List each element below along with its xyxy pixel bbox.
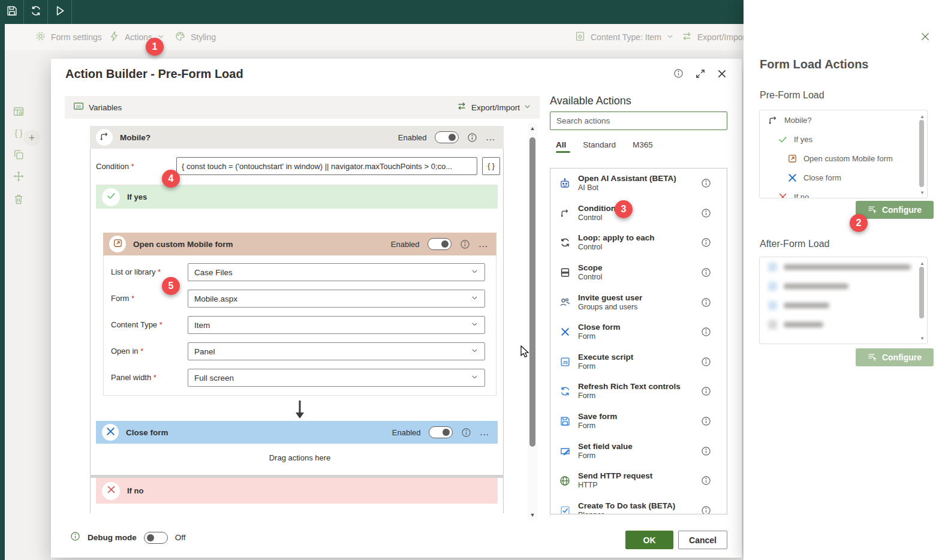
field-select[interactable]: Panel — [188, 342, 485, 360]
info-icon[interactable] — [701, 357, 711, 367]
search-input[interactable] — [550, 112, 727, 130]
scroll-down-icon[interactable]: ▼ — [920, 190, 925, 195]
tree-item[interactable]: Open custom Mobile form — [760, 149, 927, 168]
field-select[interactable]: Item — [188, 316, 485, 334]
info-icon[interactable] — [673, 68, 685, 80]
close-icon[interactable] — [920, 31, 931, 42]
if-yes-branch[interactable]: If yes — [96, 185, 498, 209]
sync-button[interactable] — [24, 0, 48, 24]
action-item[interactable]: Open AI Assistant (BETA)AI Bot — [550, 168, 727, 198]
enabled-toggle[interactable] — [435, 131, 459, 143]
info-icon[interactable] — [701, 178, 711, 188]
action-item[interactable]: Refresh Rich Text controlsForm — [550, 377, 727, 407]
field-select[interactable]: Case Files — [188, 263, 485, 281]
preview-button[interactable] — [48, 0, 72, 24]
scroll-down-icon[interactable]: ▼ — [529, 512, 536, 518]
open-form-block-header[interactable]: Open custom Mobile form Enabled ... — [103, 233, 496, 255]
dialog-scrollbar[interactable]: ▲ ▼ — [528, 123, 537, 520]
tree-item[interactable]: Mobile? — [760, 110, 927, 130]
action-item[interactable]: Send HTTP requestHTTP — [550, 466, 727, 496]
action-item[interactable]: JSExecute scriptForm — [550, 347, 727, 377]
variables-label[interactable]: Variables — [89, 103, 122, 112]
tree-item[interactable]: If yes — [760, 130, 927, 149]
tree-item-label: Close form — [803, 173, 841, 182]
if-no-label: If no — [127, 486, 143, 495]
info-icon[interactable] — [701, 327, 711, 337]
tree-item[interactable]: Close form — [760, 168, 927, 187]
braces-icon[interactable]: { } — [13, 127, 25, 139]
styling-menu[interactable]: Styling — [174, 24, 216, 50]
info-icon[interactable] — [701, 208, 711, 218]
action-item[interactable]: ConditionControl — [550, 198, 727, 228]
enabled-toggle[interactable] — [429, 426, 453, 438]
info-icon[interactable] — [460, 239, 470, 249]
tab-standard[interactable]: Standard — [583, 140, 616, 153]
close-form-block-header[interactable]: Close form Enabled ... — [96, 421, 498, 444]
field-select[interactable]: Mobile.aspx — [188, 290, 485, 308]
if-no-branch[interactable]: If no — [96, 478, 498, 504]
save-button[interactable] — [0, 0, 24, 24]
scrollbar-thumb[interactable] — [919, 267, 924, 318]
move-icon[interactable] — [13, 170, 25, 182]
action-subtitle: AI Bot — [578, 183, 701, 192]
export-import-menu[interactable]: Export/Import — [681, 24, 748, 50]
action-item[interactable]: Invite guest userGroups and users — [550, 287, 727, 317]
more-options-button[interactable]: ... — [478, 241, 488, 247]
cancel-button[interactable]: Cancel — [678, 531, 727, 549]
close-form-icon — [558, 325, 572, 339]
action-item[interactable]: Create To Do task (BETA)Planner — [550, 496, 727, 514]
tab-m365[interactable]: M365 — [633, 140, 653, 153]
field-select[interactable]: Full screen — [188, 369, 485, 387]
more-options-button[interactable]: ... — [486, 134, 495, 140]
info-icon[interactable] — [701, 505, 711, 514]
configure-after-form-button[interactable]: Configure — [856, 348, 934, 366]
info-icon[interactable] — [701, 446, 711, 456]
actions-tabs: AllStandardM365 — [556, 140, 653, 153]
field-label: Form * — [111, 294, 134, 303]
info-icon[interactable] — [461, 427, 471, 438]
info-icon[interactable] — [467, 133, 477, 143]
action-subtitle: Form — [578, 332, 701, 341]
ok-button[interactable]: OK — [625, 531, 673, 549]
form-settings-menu[interactable]: Form settings — [35, 24, 102, 50]
enabled-label: Enabled — [398, 133, 427, 142]
tab-all[interactable]: All — [556, 140, 566, 153]
expand-icon[interactable] — [695, 68, 707, 80]
info-icon[interactable] — [701, 267, 711, 278]
info-icon[interactable] — [701, 386, 711, 396]
scroll-up-icon[interactable]: ▲ — [920, 114, 925, 119]
styling-label: Styling — [191, 32, 216, 42]
add-button[interactable]: + — [23, 130, 40, 146]
content-type-menu[interactable]: Content Type: Item — [574, 24, 674, 50]
action-item[interactable]: Set field valueForm — [550, 436, 727, 466]
debug-toggle[interactable] — [144, 532, 168, 544]
form-designer-icon[interactable] — [13, 106, 25, 118]
scrollbar-thumb[interactable] — [919, 120, 924, 187]
action-item[interactable]: Loop: apply to eachControl — [550, 228, 727, 258]
info-icon[interactable] — [701, 237, 711, 248]
dialog-export-import[interactable]: Export/Import — [471, 103, 520, 112]
action-item[interactable]: Save formForm — [550, 407, 727, 436]
scroll-down-icon[interactable]: ▼ — [920, 336, 925, 341]
close-icon[interactable] — [717, 68, 729, 80]
trash-icon[interactable] — [13, 193, 25, 205]
more-options-button[interactable]: ... — [480, 429, 489, 435]
info-icon[interactable] — [701, 297, 711, 308]
action-item[interactable]: ScopeControl — [550, 258, 727, 288]
condition-block-header[interactable]: Mobile? Enabled ... — [90, 126, 504, 149]
scrollbar-thumb[interactable] — [529, 137, 535, 447]
palette-icon — [174, 31, 186, 44]
open-form-block-name: Open custom Mobile form — [133, 240, 233, 249]
info-icon[interactable] — [701, 416, 711, 426]
condition-expression-input[interactable] — [176, 157, 477, 175]
copy-icon[interactable] — [13, 149, 25, 161]
expression-editor-button[interactable]: { } — [482, 157, 500, 175]
action-item[interactable]: Close formForm — [550, 317, 727, 347]
info-icon[interactable] — [701, 475, 711, 486]
tree-item[interactable]: If no — [760, 187, 927, 198]
configure-pre-form-button[interactable]: Configure — [856, 201, 934, 219]
callout-badge-4: 4 — [162, 170, 180, 188]
scroll-up-icon[interactable]: ▲ — [920, 261, 925, 266]
enabled-toggle[interactable] — [428, 238, 452, 250]
scroll-up-icon[interactable]: ▲ — [529, 125, 536, 131]
